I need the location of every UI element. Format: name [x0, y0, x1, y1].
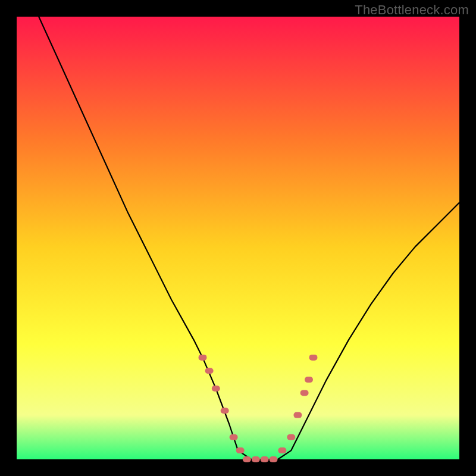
optimal-marker	[236, 447, 245, 453]
optimal-marker	[287, 434, 295, 440]
optimal-marker	[212, 386, 220, 392]
optimal-marker	[205, 368, 214, 374]
optimal-marker	[293, 412, 302, 418]
optimal-marker	[309, 355, 318, 361]
optimal-marker	[300, 390, 309, 396]
optimal-marker	[230, 434, 238, 440]
optimal-marker	[243, 456, 251, 462]
optimal-marker	[221, 408, 229, 414]
optimal-marker	[199, 355, 207, 361]
optimal-marker	[305, 377, 313, 383]
plot-area	[17, 17, 459, 459]
bottleneck-chart: TheBottleneck.com	[0, 0, 476, 476]
optimal-marker	[261, 456, 269, 462]
watermark: TheBottleneck.com	[355, 2, 469, 18]
chart-svg	[0, 0, 476, 476]
optimal-marker	[252, 456, 260, 462]
optimal-marker	[270, 456, 278, 462]
optimal-marker	[278, 447, 286, 453]
